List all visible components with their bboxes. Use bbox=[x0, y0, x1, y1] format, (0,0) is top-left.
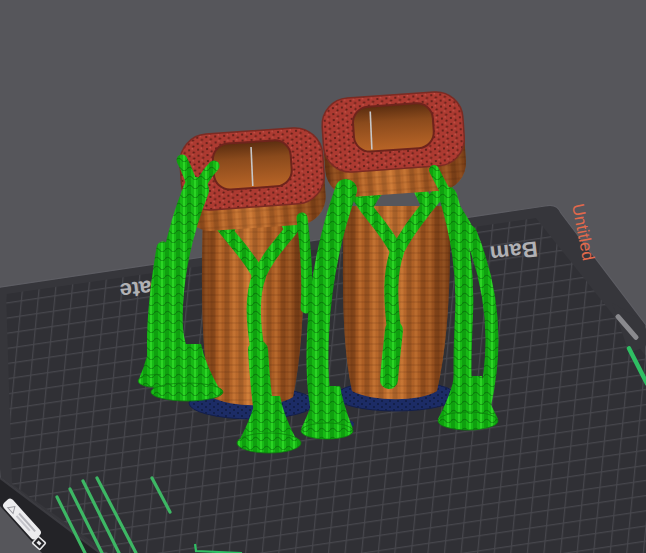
plate-logo-fragment-end: ate bbox=[119, 275, 153, 303]
rim-opening bbox=[352, 102, 435, 152]
model-right[interactable] bbox=[301, 90, 498, 439]
viewport-3d[interactable]: Bam ate Untitled bbox=[0, 0, 646, 553]
